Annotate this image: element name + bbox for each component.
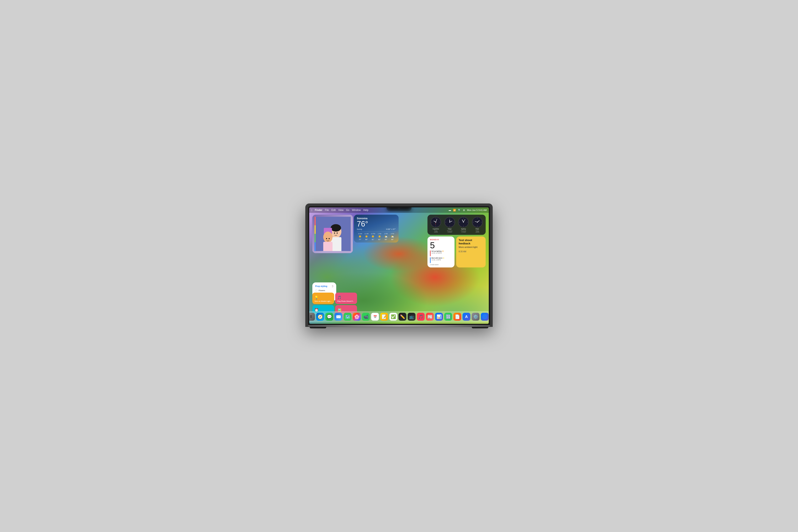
reminders-icon: ✅ [391, 314, 396, 319]
reminders-header: Prop styling 3 [315, 285, 333, 288]
weather-widget[interactable]: Sonoma 76° Sunny H:88° L:57° 10 AM ☀️ 77… [354, 215, 399, 243]
dock-safari[interactable]: 🧭 [316, 313, 324, 321]
launchpad-icon: ⠿ [310, 315, 312, 319]
shortcut-label-1: Play Photo Shoot P... [337, 300, 355, 302]
menubar-app-name[interactable]: Finder [315, 209, 323, 212]
menubar-view[interactable]: View [338, 209, 343, 212]
notes-widget[interactable]: Test shoot feedback More ambient light 8… [456, 236, 486, 267]
svg-rect-17 [315, 242, 316, 251]
control-center-icon[interactable]: ⊞ [463, 209, 465, 212]
widgets-top-right: Cupertino Today +0HRS [428, 215, 486, 267]
numbers-icon: 🔢 [445, 314, 451, 319]
shortcut-icon-0: 💡 [315, 296, 332, 300]
menubar-help[interactable]: Help [363, 209, 368, 212]
maps-icon: 🗺️ [345, 314, 350, 319]
calendar-widget[interactable]: MONDAY 5 Set up lighting 🔆 12:00–12:30PM [428, 236, 455, 267]
cal-event-bar-1 [430, 257, 431, 263]
shortcut-icon-1: 🎵 [337, 296, 355, 300]
svg-point-12 [328, 238, 329, 239]
weather-forecast: 10 AM ☀️ 77° 11 AM ☀️ 80° 12 PM ☀️ 8 [357, 231, 396, 241]
dock-news[interactable]: 📰 [426, 313, 434, 321]
dock-maps[interactable]: 🗺️ [344, 313, 352, 321]
dock-tv[interactable]: 📺 [408, 313, 416, 321]
weather-hour-1: 11 AM ☀️ 80° [363, 233, 370, 241]
weather-hour-4: 2 PM ⛅ 85° [383, 233, 389, 241]
menubar-left:  Finder File Edit View Go Window Help [311, 209, 368, 212]
photo-svg [315, 217, 351, 251]
menubar-edit[interactable]: Edit [331, 209, 336, 212]
dock-messages[interactable]: 💬 [325, 313, 333, 321]
weather-hour-5: 3 PM ⛅ 88° [389, 233, 396, 241]
svg-point-10 [337, 232, 338, 233]
appstore-icon: A [465, 315, 468, 319]
screen-bezel:  Finder File Edit View Go Window Help ▬… [308, 206, 490, 325]
svg-point-42 [463, 222, 464, 223]
weather-location: Sonoma [357, 217, 396, 220]
reminders-title: Prop styling [315, 285, 327, 287]
svg-point-26 [435, 222, 436, 223]
dock-freeform[interactable]: ✏️ [399, 313, 406, 321]
dock-mail[interactable]: ✉️ [335, 313, 342, 321]
dock-photos[interactable]: 🌸 [353, 313, 361, 321]
clock-widget[interactable]: Cupertino Today +0HRS [428, 215, 486, 235]
clock-face-sydney [458, 217, 469, 228]
reminder-text-0: Flowers [319, 289, 325, 291]
apple-menu[interactable]:  [311, 209, 312, 212]
calendar-icon: 📅 [373, 315, 377, 318]
mail-icon: ✉️ [336, 314, 341, 319]
clock-cupertino: Cupertino Today +0HRS [430, 217, 442, 233]
dock-launchpad[interactable]: ⠿ [309, 313, 315, 321]
dock-siri[interactable]: 🌀 [481, 313, 489, 321]
facetime-icon: 📹 [363, 314, 368, 319]
svg-point-9 [334, 232, 335, 233]
search-icon[interactable]: 🔍 [458, 209, 461, 212]
freeform-icon: ✏️ [400, 314, 405, 319]
dock-calendar[interactable]: 📅 [371, 313, 379, 321]
menubar-go[interactable]: Go [346, 209, 349, 212]
dock-music[interactable]: 🎵 [417, 313, 425, 321]
dock-appstore[interactable]: A [462, 313, 471, 321]
news-icon: 📰 [427, 314, 433, 319]
dock-reminders[interactable]: ✅ [390, 313, 397, 321]
desktop-screen[interactable]:  Finder File Edit View Go Window Help ▬… [309, 207, 489, 324]
notes-title: Test shoot feedback [459, 239, 483, 245]
cal-more-events: 1 more event [430, 264, 452, 265]
shortcut-photo-shoot[interactable]: 🎵 Play Photo Shoot P... [335, 292, 357, 304]
settings-icon: ⚙️ [473, 314, 478, 319]
dock-notes[interactable]: 📝 [380, 313, 388, 321]
messages-icon: 💬 [327, 314, 332, 319]
cal-event-0: Set up lighting 🔆 12:00–12:30PM [430, 250, 452, 256]
dock-settings[interactable]: ⚙️ [472, 313, 480, 321]
shortcut-studio-light[interactable]: 💡 Turn on Studio Ligh... [312, 292, 334, 304]
menubar-file[interactable]: File [325, 209, 329, 212]
laptop-body:  Finder File Edit View Go Window Help ▬… [305, 204, 493, 327]
dock-pages[interactable]: 📄 [453, 313, 461, 321]
weather-hour-2: 12 PM ☀️ 81° [370, 233, 376, 241]
clock-face-cupertino [430, 217, 441, 228]
tv-icon: 📺 [409, 314, 414, 319]
reminder-item-0: Flowers [315, 289, 333, 291]
cal-event-text-0: Set up lighting 🔆 12:00–12:30PM [432, 250, 444, 254]
svg-rect-16 [315, 234, 316, 242]
dock-facetime[interactable]: 📹 [362, 313, 370, 321]
reminder-circle-0 [315, 289, 317, 291]
boardroom-icon: 📊 [436, 314, 442, 319]
weather-temp: 76° [357, 220, 396, 228]
dock-numbers[interactable]: 🔢 [444, 313, 452, 321]
clock-face-paris [472, 217, 483, 228]
cal-date-num: 5 [430, 241, 452, 250]
cal-event-1: Meet with talent ✨ 12:30–1:00PM [430, 257, 452, 263]
dock-boardroom[interactable]: 📊 [435, 313, 443, 321]
menubar-window[interactable]: Window [352, 209, 361, 212]
svg-rect-14 [315, 217, 316, 225]
clock-sydney: Sydney Tomorrow +17HRS [458, 217, 470, 233]
menubar:  Finder File Edit View Go Window Help ▬… [309, 207, 489, 213]
safari-icon: 🧭 [318, 314, 323, 319]
cal-event-text-1: Meet with talent ✨ 12:30–1:00PM [432, 257, 444, 261]
photo-widget[interactable] [312, 215, 353, 253]
notes-icon: 📝 [382, 314, 387, 319]
weather-hour-3: 1 PM ☀️ 81° [376, 233, 383, 241]
svg-point-34 [449, 222, 450, 223]
siri-icon: 🌀 [482, 314, 487, 319]
photo-content [312, 215, 353, 253]
